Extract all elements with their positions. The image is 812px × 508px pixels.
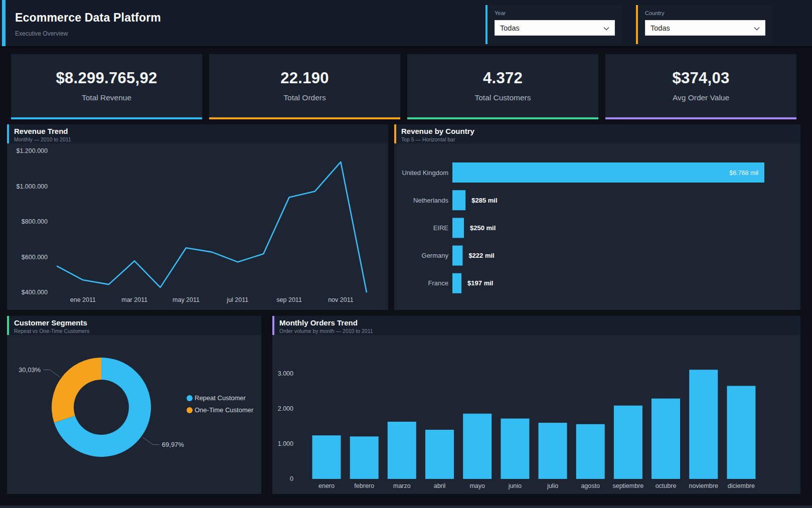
month-bar[interactable] (463, 414, 492, 479)
panel-accent (272, 316, 274, 335)
month-bar[interactable] (576, 424, 605, 479)
month-bar[interactable] (539, 423, 567, 479)
month-bar[interactable] (501, 419, 529, 479)
month-bar[interactable] (425, 430, 454, 479)
axis-label: Netherlands (413, 197, 449, 204)
month-bar[interactable] (388, 422, 416, 479)
kpi-value: 4.372 (483, 69, 523, 87)
month-bar[interactable] (727, 386, 755, 479)
year-filter-label: Year (495, 10, 615, 16)
filters: Year Todas Country Todas (485, 5, 772, 44)
country-bar[interactable] (452, 162, 764, 183)
panel-revenue-by-country: Revenue by Country Top 5 — Horizontal ba… (394, 124, 800, 310)
axis-label: United Kingdom (402, 169, 449, 177)
year-select[interactable]: Todas (495, 20, 615, 36)
panel-header: Revenue Trend Monthly — 2010 to 2011 (7, 124, 388, 143)
revenue-trend-chart[interactable]: $400.000$600.000$800.000$1.000.000$1.200… (7, 143, 388, 310)
axis-label: diciembre (728, 482, 755, 489)
axis-label: 3.000 (278, 370, 293, 377)
axis-label: EIRE (433, 224, 449, 232)
axis-label: mayo (469, 482, 485, 489)
axis-label: mar 2011 (121, 296, 147, 303)
kpi-card-total-customers: 4.372 Total Customers (407, 54, 598, 119)
axis-label: noviembre (689, 482, 718, 489)
year-filter-accent (485, 5, 488, 44)
legend-label: One-Time Customer (195, 406, 253, 414)
revenue-by-country-chart[interactable]: United Kingdom$6.768 milNetherlands$285 … (394, 143, 800, 310)
panel-body: $400.000$600.000$800.000$1.000.000$1.200… (7, 143, 388, 310)
panel-title: Revenue Trend (14, 127, 382, 135)
axis-label: sep 2011 (276, 296, 302, 303)
year-select-value: Todas (500, 24, 520, 32)
panel-title: Customer Segments (14, 318, 255, 327)
month-bar[interactable] (312, 435, 341, 479)
axis-label: $222 mil (468, 252, 494, 259)
donut-slice[interactable] (52, 358, 101, 423)
month-bar[interactable] (350, 436, 379, 479)
kpi-value: 22.190 (280, 69, 329, 87)
panel-header: Customer Segments Repeat vs One-Time Cus… (7, 316, 261, 335)
axis-label: junio (508, 482, 522, 489)
year-filter-card: Year Todas (485, 5, 622, 44)
axis-label: $400.000 (22, 289, 48, 296)
country-bar[interactable] (452, 273, 461, 293)
kpi-value: $8.299.765,92 (56, 69, 157, 87)
kpi-label: Total Revenue (82, 93, 131, 102)
customer-segments-chart[interactable]: 69,97%30,03% (7, 335, 261, 494)
kpi-value: $374,03 (672, 69, 729, 87)
axis-label: may 2011 (173, 296, 200, 303)
axis-label: abril (434, 482, 446, 489)
legend-item-one-time[interactable]: One-Time Customer (187, 406, 253, 414)
axis-label: 69,97% (162, 441, 185, 448)
country-bar[interactable] (452, 218, 464, 238)
axis-label: enero (318, 482, 335, 489)
country-bar[interactable] (452, 190, 465, 210)
panel-header: Revenue by Country Top 5 — Horizontal ba… (394, 124, 800, 143)
axis-label: France (428, 279, 448, 287)
axis-label: $250 mil (470, 224, 496, 232)
kpi-label: Total Customers (475, 93, 531, 102)
month-bar[interactable] (614, 406, 642, 479)
panel-body: United Kingdom$6.768 milNetherlands$285 … (394, 143, 800, 310)
axis-label: julio (547, 482, 558, 489)
axis-label: $285 mil (471, 197, 497, 204)
bottom-row: Customer Segments Repeat vs One-Time Cus… (7, 316, 800, 494)
kpi-label: Total Orders (283, 93, 326, 102)
panel-subtitle: Monthly — 2010 to 2011 (14, 136, 382, 142)
panel-title: Revenue by Country (401, 127, 794, 135)
axis-label: $1.200.000 (16, 147, 48, 154)
footer-bar (0, 505, 812, 508)
country-bar[interactable] (452, 246, 462, 266)
kpi-row: $8.299.765,92 Total Revenue 22.190 Total… (7, 54, 800, 119)
panel-subtitle: Top 5 — Horizontal bar (401, 136, 794, 142)
month-bar[interactable] (652, 399, 680, 479)
legend-label: Repeat Customer (195, 394, 246, 402)
axis-label: febrero (354, 482, 374, 489)
axis-label: 2.000 (278, 405, 293, 412)
country-select[interactable]: Todas (645, 20, 765, 36)
axis-label: $600.000 (22, 254, 48, 261)
country-filter-accent (636, 5, 638, 44)
monthly-orders-chart[interactable]: 01.0002.0003.000enerofebreromarzoabrilma… (272, 335, 800, 494)
trend-line[interactable] (57, 162, 367, 292)
axis-label: 1.000 (278, 440, 293, 447)
panel-subtitle: Repeat vs One-Time Customers (14, 328, 255, 334)
legend-dot (187, 395, 193, 401)
axis-label: nov 2011 (328, 296, 354, 303)
kpi-card-total-orders: 22.190 Total Orders (209, 54, 400, 119)
axis-label: ene 2011 (70, 296, 96, 303)
axis-label: octubre (656, 482, 677, 489)
axis-label: $800.000 (22, 218, 48, 225)
panel-monthly-orders: Monthly Orders Trend Order volume by mon… (272, 316, 800, 494)
axis-label: marzo (393, 482, 411, 489)
panel-title: Monthly Orders Trend (279, 318, 794, 327)
main: $8.299.765,92 Total Revenue 22.190 Total… (0, 48, 812, 494)
kpi-label: Avg Order Value (673, 93, 729, 102)
axis-label: jul 2011 (226, 296, 248, 303)
month-bar[interactable] (689, 370, 718, 479)
legend-item-repeat[interactable]: Repeat Customer (187, 394, 253, 402)
country-filter-card: Country Todas (636, 5, 772, 44)
chevron-down-icon (603, 25, 610, 34)
middle-row: Revenue Trend Monthly — 2010 to 2011 $40… (7, 124, 800, 310)
kpi-card-total-revenue: $8.299.765,92 Total Revenue (11, 54, 202, 119)
